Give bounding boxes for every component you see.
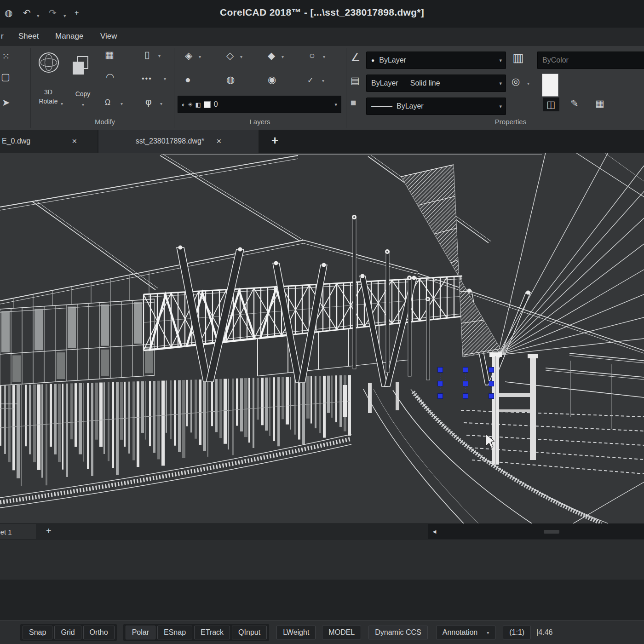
layer-manager-icon[interactable]: ◈	[185, 51, 192, 61]
layer-on-icon[interactable]: ●	[185, 75, 191, 85]
status-ortho-button[interactable]: Ortho	[83, 626, 115, 639]
layer-color-swatch	[204, 101, 211, 108]
bylayer-dot-icon: ●	[371, 57, 374, 63]
select-tools-icon[interactable]: ⁙	[2, 52, 10, 62]
explode-icon[interactable]: φ	[145, 97, 152, 107]
bycolor-field[interactable]: ByColor	[537, 52, 644, 69]
explode-caret-icon[interactable]: ▾	[160, 101, 162, 106]
pattern-icon[interactable]: ▦	[105, 50, 114, 60]
stretch-caret-icon[interactable]: ▾	[121, 101, 123, 106]
status-qinput-button[interactable]: QInput	[232, 626, 267, 639]
bycolor-text: ByColor	[542, 56, 569, 64]
status-annotation-button[interactable]: Annotation ▾	[436, 626, 496, 639]
status-scale-button[interactable]: (1:1)	[503, 626, 531, 639]
trim-caret-icon[interactable]: ▾	[158, 53, 161, 58]
group-label-layers: Layers	[209, 118, 310, 126]
pointer-tool-icon[interactable]: ➤	[2, 98, 10, 108]
layer-combobox[interactable]: ◐ ☀ ◧ 0 ▾	[178, 96, 341, 113]
add-sheet-button[interactable]: +	[46, 526, 52, 536]
offset-caret-icon[interactable]: ▾	[164, 76, 166, 81]
lineweight-combobox[interactable]: ——— ByLayer ▾	[366, 98, 506, 115]
layer-freeze-caret-icon[interactable]: ▾	[240, 54, 242, 59]
status-etrack-button[interactable]: ETrack	[194, 626, 230, 639]
linecolor-caret-icon[interactable]: ▾	[499, 58, 502, 63]
linestyle-caret-icon[interactable]: ▾	[499, 80, 502, 86]
copy-label[interactable]: Copy	[68, 90, 98, 98]
layer-isolate-caret-icon[interactable]: ▾	[282, 54, 284, 59]
layer-state-caret-icon[interactable]: ▾	[322, 78, 324, 83]
status-polar-button[interactable]: Polar	[126, 626, 155, 639]
sheet-tab[interactable]: Sheet 1	[0, 524, 36, 540]
columns-icon[interactable]: ▥	[512, 52, 524, 63]
table-icon[interactable]: ▦	[595, 98, 604, 109]
status-grid-button[interactable]: Grid	[54, 626, 81, 639]
linecolor-value: ByLayer	[379, 56, 406, 64]
command-input-panel[interactable]	[0, 580, 644, 620]
title-bar: ◍ ↶ ▾ ↷ ▾ + CorelCAD 2018™ - [...\sst_23…	[0, 0, 644, 28]
layer-hide-caret-icon[interactable]: ▾	[323, 54, 325, 59]
doc-tab-1[interactable]: E_0.dwg ×	[0, 130, 98, 153]
menu-tab-sheet[interactable]: Sheet	[18, 32, 39, 41]
doc-tab-2-active[interactable]: sst_238017898.dwg* ×	[98, 130, 259, 153]
copy-caret-icon[interactable]: ▾	[82, 102, 84, 107]
new-tab-button[interactable]: +	[271, 133, 278, 148]
sheet-tab-label: Sheet 1	[0, 528, 12, 536]
ribbon: ⁙ ▢ ➤ 3D Rotate ▾ Copy ▾ ▦ ◠ Ω ▾ ▯ ▾ •••…	[0, 46, 644, 130]
document-tab-bar: E_0.dwg × sst_238017898.dwg* × +	[0, 130, 644, 153]
canvas-drawing[interactable]	[0, 153, 644, 523]
layer-unlock-icon[interactable]: ◉	[268, 75, 276, 85]
match-properties-caret-icon[interactable]: ▾	[527, 81, 529, 86]
status-model-button[interactable]: MODEL	[322, 626, 361, 639]
status-dynamic-ccs-button[interactable]: Dynamic CCS	[368, 626, 427, 639]
command-history-panel[interactable]	[0, 539, 644, 580]
ribbon-separator	[174, 48, 174, 128]
eyedropper-icon[interactable]: ✎	[570, 98, 579, 109]
trim-icon[interactable]: ▯	[144, 50, 150, 60]
layer-manager-caret-icon[interactable]: ▾	[199, 54, 201, 59]
layer-hide-icon[interactable]: ○	[309, 51, 315, 61]
offset-icon[interactable]: •••	[142, 74, 152, 84]
window-title: CorelCAD 2018™ - [...\sst_238017898.dwg*…	[0, 7, 644, 18]
status-lweight-button[interactable]: LWeight	[276, 626, 316, 639]
layer-thaw-icon[interactable]: ◍	[226, 75, 235, 85]
fillet-icon[interactable]: ◠	[106, 72, 114, 82]
linestyle-value: ByLayer	[371, 79, 398, 87]
sheet-bar: Sheet 1 + ◄	[0, 523, 644, 540]
rectangle-tool-icon[interactable]: ▢	[1, 72, 10, 82]
doc-tab-2-label: sst_238017898.dwg*	[136, 137, 204, 145]
layer-combo-caret-icon[interactable]: ▾	[334, 102, 337, 108]
layer-bulb-icon: ◐	[182, 101, 185, 108]
ribbon-separator	[346, 48, 346, 128]
layer-name: 0	[214, 100, 218, 109]
linecolor-combobox[interactable]: ● ByLayer ▾	[366, 52, 506, 69]
horizontal-scrollbar[interactable]: ◄	[428, 524, 644, 540]
match-properties-icon[interactable]: ◎	[512, 76, 520, 86]
doc-tab-1-close-icon[interactable]: ×	[72, 136, 77, 146]
layer-sun-icon: ☀	[188, 101, 193, 108]
doc-tab-1-label: E_0.dwg	[2, 137, 30, 145]
3d-rotate-caret-icon[interactable]: ▾	[61, 101, 63, 106]
linestyle-hatch-icon: ▤	[351, 75, 360, 86]
status-esnap-button[interactable]: ESnap	[157, 626, 192, 639]
active-color-swatch[interactable]	[542, 74, 558, 97]
menu-bar: r Sheet Manage View	[0, 28, 644, 46]
status-snap-button[interactable]: Snap	[23, 626, 52, 639]
layer-state-icon[interactable]: ✓	[307, 75, 313, 86]
stretch-icon[interactable]: Ω	[105, 98, 110, 108]
3d-rotate-icon[interactable]	[39, 52, 59, 73]
linecolor-swatch-icon: ■	[351, 98, 356, 108]
layer-freeze-icon[interactable]: ◇	[226, 51, 234, 61]
3d-rotate-label-1[interactable]: 3D	[30, 88, 66, 96]
lineweight-dash: ———	[371, 102, 392, 110]
scroll-left-icon[interactable]: ◄	[431, 528, 437, 535]
scrollbar-thumb[interactable]	[544, 530, 559, 534]
menu-tab-view[interactable]: View	[100, 32, 117, 41]
lineweight-caret-icon[interactable]: ▾	[499, 104, 502, 109]
layer-isolate-icon[interactable]: ◆	[268, 51, 275, 61]
menu-tab-manage[interactable]: Manage	[55, 32, 83, 41]
doc-tab-2-close-icon[interactable]: ×	[216, 136, 221, 146]
scale-list-icon[interactable]: ◫	[543, 98, 559, 111]
menu-tab-clipped[interactable]: r	[1, 32, 4, 41]
linestyle-combobox[interactable]: ByLayer Solid line ▾	[366, 75, 506, 92]
corelcad-window: ◍ ↶ ▾ ↷ ▾ + CorelCAD 2018™ - [...\sst_23…	[0, 0, 644, 644]
